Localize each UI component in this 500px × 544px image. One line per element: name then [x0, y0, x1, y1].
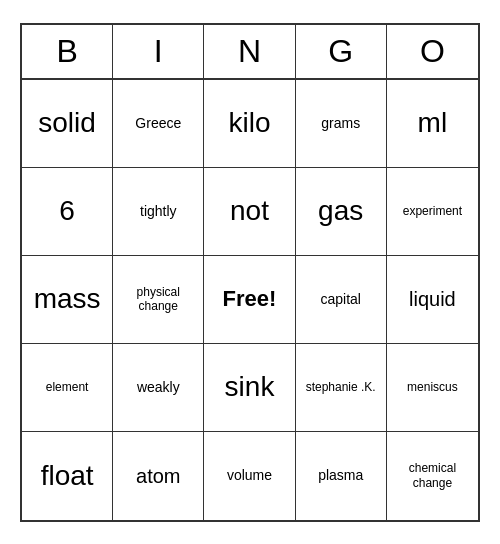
bingo-cell: meniscus: [387, 344, 478, 432]
cell-text: float: [41, 459, 94, 493]
cell-text: 6: [59, 194, 75, 228]
cell-text: physical change: [119, 285, 197, 314]
bingo-cell: Greece: [113, 80, 204, 168]
cell-text: liquid: [409, 287, 456, 311]
header-letter: O: [387, 25, 478, 78]
cell-text: plasma: [318, 467, 363, 484]
bingo-cell: float: [22, 432, 113, 520]
bingo-cell: Free!: [204, 256, 295, 344]
bingo-cell: grams: [296, 80, 387, 168]
cell-text: kilo: [228, 106, 270, 140]
bingo-cell: ml: [387, 80, 478, 168]
bingo-cell: capital: [296, 256, 387, 344]
header-letter: I: [113, 25, 204, 78]
cell-text: not: [230, 194, 269, 228]
cell-text: atom: [136, 464, 180, 488]
bingo-cell: sink: [204, 344, 295, 432]
cell-text: mass: [34, 282, 101, 316]
bingo-cell: experiment: [387, 168, 478, 256]
header-letter: B: [22, 25, 113, 78]
bingo-cell: liquid: [387, 256, 478, 344]
bingo-cell: stephanie .K.: [296, 344, 387, 432]
bingo-cell: 6: [22, 168, 113, 256]
bingo-cell: physical change: [113, 256, 204, 344]
bingo-header: BINGO: [22, 25, 478, 80]
cell-text: gas: [318, 194, 363, 228]
bingo-cell: weakly: [113, 344, 204, 432]
bingo-cell: tightly: [113, 168, 204, 256]
bingo-cell: chemical change: [387, 432, 478, 520]
header-letter: N: [204, 25, 295, 78]
bingo-cell: element: [22, 344, 113, 432]
bingo-cell: not: [204, 168, 295, 256]
cell-text: Free!: [223, 286, 277, 312]
bingo-cell: gas: [296, 168, 387, 256]
bingo-card: BINGO solidGreecekilogramsml6tightlynotg…: [20, 23, 480, 522]
bingo-cell: atom: [113, 432, 204, 520]
cell-text: capital: [320, 291, 360, 308]
cell-text: element: [46, 380, 89, 394]
bingo-cell: kilo: [204, 80, 295, 168]
cell-text: volume: [227, 467, 272, 484]
bingo-cell: solid: [22, 80, 113, 168]
cell-text: stephanie .K.: [306, 380, 376, 394]
header-letter: G: [296, 25, 387, 78]
cell-text: solid: [38, 106, 96, 140]
cell-text: weakly: [137, 379, 180, 396]
cell-text: chemical change: [393, 461, 472, 490]
cell-text: meniscus: [407, 380, 458, 394]
cell-text: Greece: [135, 115, 181, 132]
bingo-cell: mass: [22, 256, 113, 344]
cell-text: sink: [225, 370, 275, 404]
bingo-cell: plasma: [296, 432, 387, 520]
cell-text: grams: [321, 115, 360, 132]
cell-text: tightly: [140, 203, 177, 220]
bingo-cell: volume: [204, 432, 295, 520]
cell-text: experiment: [403, 204, 462, 218]
cell-text: ml: [418, 106, 448, 140]
bingo-grid: solidGreecekilogramsml6tightlynotgasexpe…: [22, 80, 478, 520]
